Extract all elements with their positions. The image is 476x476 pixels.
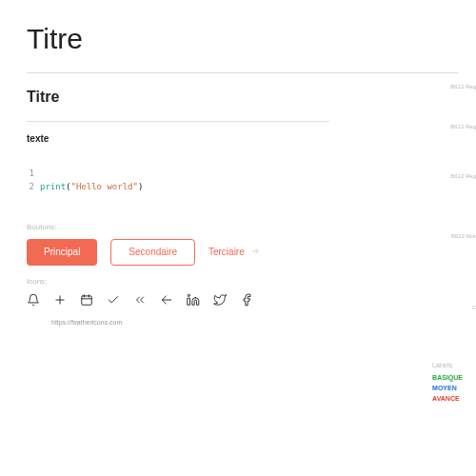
tertiary-button[interactable]: Terciaire [208, 239, 260, 266]
section-label-icons: Icons: [27, 277, 459, 286]
code-string: "Hello world" [71, 182, 138, 191]
code-line: 1 [27, 167, 459, 180]
labels-title: Labels: [432, 362, 463, 368]
code-content: print("Hello world") [40, 180, 143, 193]
font-annotation: B612 Reg [450, 173, 476, 179]
label-advanced: AVANCE [432, 395, 463, 402]
heading-1: Titre [27, 23, 459, 55]
arrow-left-icon [160, 293, 173, 309]
button-row: Principal Secondaire Terciaire [27, 239, 459, 266]
svg-point-9 [188, 294, 189, 296]
section-label-buttons: Boutons: [27, 223, 459, 231]
bell-icon [27, 293, 40, 309]
font-annotation: B612 Reg [450, 84, 476, 89]
body-text: texte [27, 133, 459, 144]
code-block: 1 2 print("Hello world") [27, 167, 459, 194]
linkedin-icon [187, 293, 200, 309]
font-annotation: C [472, 305, 476, 310]
label-medium: MOYEN [432, 385, 463, 391]
icon-row [27, 293, 459, 309]
divider-1 [27, 72, 459, 73]
line-number: 1 [27, 167, 40, 180]
twitter-icon [213, 293, 227, 309]
font-annotation: B612 Mor [451, 233, 476, 239]
svg-rect-8 [188, 298, 189, 305]
labels-block: Labels: BASIQUE MOYEN AVANCE [432, 362, 463, 406]
line-number: 2 [27, 180, 40, 193]
heading-2: Titre [27, 89, 459, 106]
svg-rect-3 [82, 296, 92, 305]
code-keyword: print [40, 182, 66, 191]
label-basic: BASIQUE [432, 374, 463, 381]
icons-footnote-link[interactable]: https://feathericons.com [51, 319, 459, 326]
check-icon [107, 293, 120, 309]
divider-2 [27, 121, 329, 122]
facebook-icon [240, 293, 253, 309]
tertiary-button-label: Terciaire [208, 247, 245, 257]
primary-button[interactable]: Principal [27, 239, 97, 266]
secondary-button[interactable]: Secondaire [110, 239, 195, 266]
code-paren: ) [138, 182, 143, 191]
font-annotation: B612 Reg [450, 124, 476, 129]
code-line: 2 print("Hello world") [27, 180, 459, 193]
arrow-right-icon [250, 247, 260, 258]
plus-icon [53, 293, 67, 309]
calendar-icon [80, 293, 93, 309]
chevrons-left-icon [133, 293, 147, 309]
